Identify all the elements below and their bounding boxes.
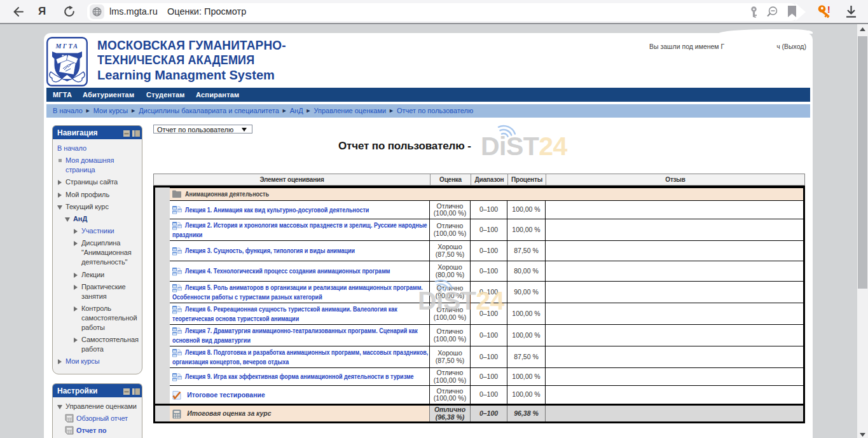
svg-text:!: ! [827,4,830,15]
svg-text:МГТА: МГТА [55,43,79,50]
